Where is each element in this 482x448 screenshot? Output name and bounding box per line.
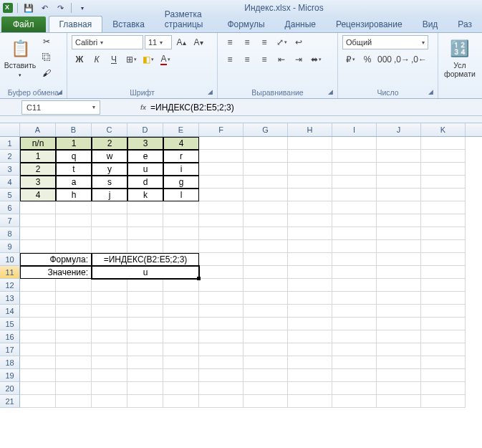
border-icon[interactable]: ⊞▾ [123,52,139,67]
cell[interactable] [288,369,332,382]
cell[interactable] [421,150,466,163]
cell[interactable] [127,201,163,214]
cell[interactable] [421,240,466,253]
cell[interactable] [163,382,199,395]
cell[interactable] [92,369,127,382]
cell[interactable] [92,201,127,214]
select-all-corner[interactable] [0,123,20,136]
cell[interactable] [288,163,332,176]
tab-data[interactable]: Данные [275,16,326,32]
cell[interactable] [288,137,332,150]
cell[interactable]: n/n [20,137,56,150]
cell[interactable]: u [92,266,199,279]
cell[interactable] [127,382,163,395]
cell[interactable] [377,150,421,163]
cell[interactable] [244,292,288,305]
merge-icon[interactable]: ⬌▾ [308,52,324,67]
bold-button[interactable]: Ж [72,52,87,67]
cell[interactable] [199,201,244,214]
cell[interactable] [199,330,244,343]
cell[interactable] [421,356,466,369]
decrease-font-icon[interactable]: A▾ [191,35,206,49]
cell[interactable] [288,266,332,279]
cell[interactable] [288,343,332,356]
cell[interactable] [421,292,466,305]
cell[interactable] [377,279,421,292]
cell[interactable]: k [127,189,163,201]
cell[interactable] [163,330,199,343]
increase-decimal-icon[interactable]: ,0→ [394,52,410,67]
cell[interactable]: 1 [20,150,56,163]
cell[interactable] [288,189,332,201]
cell[interactable] [92,395,127,408]
cell[interactable] [288,150,332,163]
align-top-icon[interactable]: ≡ [222,35,238,49]
cell[interactable] [332,343,377,356]
cell[interactable] [288,253,332,266]
row-header[interactable]: 9 [0,240,20,253]
qat-dropdown-icon[interactable]: ▾ [76,1,89,14]
decrease-decimal-icon[interactable]: ,0← [411,52,427,67]
cell[interactable] [199,343,244,356]
cell[interactable] [244,369,288,382]
cell[interactable] [288,318,332,330]
cell[interactable] [127,240,163,253]
font-color-icon[interactable]: A▾ [158,52,173,67]
cell[interactable] [377,214,421,227]
cell[interactable] [377,292,421,305]
cell[interactable] [56,369,92,382]
cell[interactable] [56,201,92,214]
cell[interactable] [377,240,421,253]
tab-page-layout[interactable]: Разметка страницы [155,6,218,32]
cell[interactable] [244,227,288,240]
cell[interactable] [288,176,332,189]
col-header[interactable]: C [92,123,127,136]
row-header[interactable]: 18 [0,356,20,369]
cell[interactable] [377,395,421,408]
cell[interactable] [244,176,288,189]
number-format-combo[interactable]: Общий▾ [342,35,428,49]
cell[interactable] [20,227,56,240]
cell[interactable] [332,201,377,214]
cell[interactable] [421,382,466,395]
cell[interactable] [127,292,163,305]
row-header[interactable]: 13 [0,292,20,305]
cell[interactable] [421,343,466,356]
cell[interactable] [332,189,377,201]
cell[interactable]: 2 [20,163,56,176]
cell[interactable] [20,201,56,214]
cell[interactable]: w [92,150,127,163]
cell[interactable] [377,163,421,176]
cell[interactable] [163,356,199,369]
row-header[interactable]: 20 [0,382,20,395]
cell[interactable] [244,279,288,292]
cell[interactable] [56,343,92,356]
cell[interactable] [377,176,421,189]
cell[interactable]: 3 [20,176,56,189]
cell[interactable]: a [56,176,92,189]
col-header[interactable]: I [332,123,377,136]
increase-font-icon[interactable]: A▴ [173,35,189,49]
cell[interactable] [332,395,377,408]
cell[interactable] [56,305,92,318]
file-tab[interactable]: Файл [1,16,46,32]
col-header[interactable]: F [199,123,244,136]
cell[interactable] [56,382,92,395]
cell[interactable] [332,227,377,240]
cell[interactable] [421,227,466,240]
cell[interactable] [163,227,199,240]
cell[interactable] [56,395,92,408]
insert-function-icon[interactable]: fx [138,103,148,113]
row-header[interactable]: 3 [0,163,20,176]
cell[interactable] [377,253,421,266]
cell[interactable]: j [92,189,127,201]
cell[interactable] [421,305,466,318]
name-box-dropdown-icon[interactable]: ▾ [92,104,95,110]
cell[interactable] [377,382,421,395]
cell[interactable] [421,318,466,330]
cell[interactable] [163,279,199,292]
clipboard-launcher-icon[interactable]: ◢ [55,88,64,97]
cell[interactable] [288,305,332,318]
cell[interactable]: Значение: [20,266,92,279]
font-size-combo[interactable]: 11▾ [145,35,172,49]
